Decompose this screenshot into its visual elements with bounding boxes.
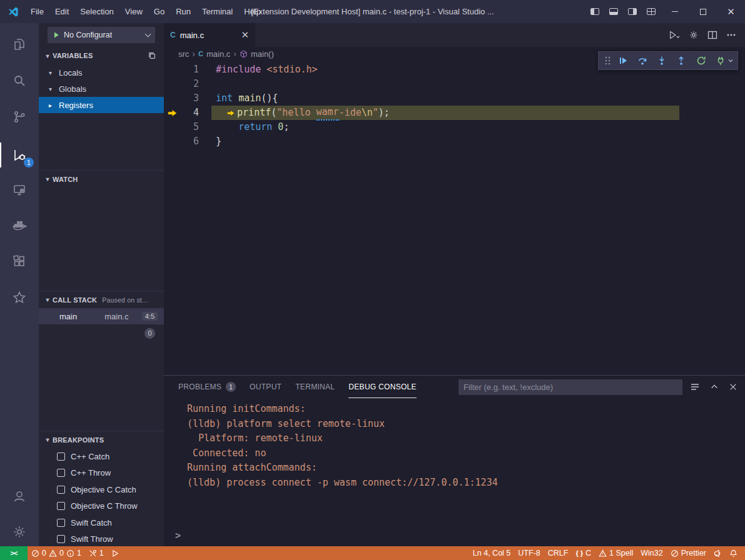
menu-go[interactable]: Go: [148, 0, 170, 23]
glyph-margin[interactable]: [164, 134, 180, 149]
stack-frame-row[interactable]: main main.c 4:5: [39, 308, 164, 324]
console-input-chevron[interactable]: >: [175, 530, 181, 541]
variables-section-header[interactable]: ▾ VARIABLES: [39, 47, 164, 64]
copy-icon[interactable]: [148, 51, 160, 60]
code-token: main: [238, 91, 261, 106]
menu-selection[interactable]: Selection: [74, 0, 119, 23]
glyph-margin[interactable]: [164, 120, 180, 134]
continue-icon[interactable]: [615, 52, 632, 69]
console-filter-input[interactable]: [459, 379, 682, 395]
start-debug-icon[interactable]: [53, 31, 60, 39]
run-and-debug-icon[interactable]: 1: [0, 141, 39, 169]
minimize-button[interactable]: [661, 0, 689, 23]
breadcrumb-file[interactable]: main.c: [206, 49, 230, 59]
encoding-status[interactable]: UTF-8: [514, 546, 544, 560]
disconnect-icon[interactable]: [712, 52, 729, 69]
maximize-panel-icon[interactable]: [710, 382, 719, 391]
tab-main-c[interactable]: C main.c ✕: [164, 23, 255, 47]
notifications-bell-icon[interactable]: [726, 546, 741, 560]
breadcrumb-src[interactable]: src: [178, 49, 189, 59]
breakpoint-row[interactable]: Objective C Throw: [39, 498, 164, 515]
tab-output[interactable]: OUTPUT: [250, 376, 281, 398]
tools-icon: [89, 549, 97, 558]
variables-item-locals[interactable]: ▾Locals: [39, 64, 164, 81]
chevron-down-icon[interactable]: [727, 52, 734, 69]
run-debug-status[interactable]: [108, 546, 123, 560]
maximize-button[interactable]: [689, 0, 717, 23]
breakpoint-checkbox[interactable]: [57, 452, 65, 461]
run-file-icon[interactable]: [669, 30, 680, 40]
settings-gear-icon[interactable]: [0, 518, 39, 546]
platform-status[interactable]: Win32: [637, 546, 666, 560]
toggle-panel-icon[interactable]: [604, 0, 623, 23]
menu-edit[interactable]: Edit: [49, 0, 74, 23]
tab-debug-console[interactable]: DEBUG CONSOLE: [348, 376, 417, 398]
toggle-sidebar-icon[interactable]: [585, 0, 604, 23]
breakpoints-section-header[interactable]: ▾ BREAKPOINTS: [39, 431, 164, 448]
menu-help[interactable]: Help: [238, 0, 266, 23]
breakpoint-checkbox[interactable]: [57, 502, 65, 510]
step-over-icon[interactable]: [634, 52, 651, 69]
step-out-icon[interactable]: [673, 52, 690, 69]
current-line-arrow-icon[interactable]: [164, 106, 180, 120]
feedback-icon[interactable]: [710, 546, 726, 560]
extensions-icon[interactable]: [0, 248, 39, 275]
breadcrumb-symbol[interactable]: main(): [251, 49, 274, 59]
toolbar-drag-grip[interactable]: [602, 52, 612, 69]
star-icon[interactable]: [0, 284, 39, 311]
breakpoint-checkbox[interactable]: [57, 519, 65, 527]
breakpoint-checkbox[interactable]: [57, 535, 65, 543]
watch-section-header[interactable]: ▾ WATCH: [39, 170, 164, 188]
breakpoint-checkbox[interactable]: [57, 469, 65, 477]
menu-view[interactable]: View: [119, 0, 148, 23]
search-icon[interactable]: [0, 67, 39, 94]
breakpoint-row[interactable]: Swift Throw: [39, 531, 164, 548]
tab-terminal[interactable]: TERMINAL: [295, 376, 335, 398]
breakpoint-row[interactable]: Swift Catch: [39, 514, 164, 531]
tab-problems[interactable]: PROBLEMS 1: [178, 376, 236, 398]
accounts-icon[interactable]: [0, 482, 39, 510]
close-tab-icon[interactable]: ✕: [241, 29, 249, 41]
remote-indicator[interactable]: ><: [0, 546, 28, 560]
close-panel-icon[interactable]: [729, 382, 737, 391]
launch-configuration-dropdown[interactable]: No Configurat: [48, 27, 155, 43]
breakpoint-row[interactable]: Objective C Catch: [39, 481, 164, 498]
debug-settings-gear-icon[interactable]: [689, 30, 699, 40]
debug-console-output[interactable]: Running initCommands:(lldb) platform sel…: [164, 398, 745, 490]
call-stack-section-header[interactable]: ▾ CALL STACK Paused on st...: [39, 291, 164, 308]
explorer-icon[interactable]: [0, 31, 39, 58]
source-control-icon[interactable]: [0, 103, 39, 131]
variables-item-registers[interactable]: ▸Registers: [39, 97, 164, 113]
close-button[interactable]: ✕: [717, 0, 745, 23]
breakpoint-row[interactable]: C++ Throw: [39, 465, 164, 482]
code-editor[interactable]: 1#include <stdio.h>23int main(){4 printf…: [164, 61, 745, 149]
console-lines-icon[interactable]: [690, 382, 700, 392]
language-mode[interactable]: { } C: [572, 546, 595, 560]
variables-item-globals[interactable]: ▾Globals: [39, 81, 164, 97]
more-actions-icon[interactable]: [726, 30, 736, 40]
glyph-margin[interactable]: [164, 91, 180, 106]
problems-status[interactable]: 0 0 1: [28, 546, 85, 560]
split-editor-icon[interactable]: [707, 30, 717, 40]
glyph-margin[interactable]: [164, 62, 180, 77]
glyph-margin[interactable]: [164, 77, 180, 91]
remote-explorer-icon[interactable]: [0, 176, 39, 204]
breakpoint-label: Swift Catch: [71, 518, 112, 528]
breakpoint-label: Objective C Throw: [71, 501, 138, 511]
eol-status[interactable]: CRLF: [544, 546, 572, 560]
docker-icon[interactable]: [0, 212, 39, 239]
customize-layout-icon[interactable]: [642, 0, 661, 23]
breakpoint-checkbox[interactable]: [57, 486, 65, 494]
spell-checker-status[interactable]: 1 Spell: [595, 546, 637, 560]
step-into-icon[interactable]: [654, 52, 671, 69]
cursor-position[interactable]: Ln 4, Col 5: [469, 546, 514, 560]
tasks-status[interactable]: 1: [85, 546, 108, 560]
menu-terminal[interactable]: Terminal: [196, 0, 238, 23]
breakpoint-row[interactable]: C++ Catch: [39, 448, 164, 465]
formatter-status[interactable]: Prettier: [667, 546, 710, 560]
menu-file[interactable]: File: [25, 0, 49, 23]
menu-run[interactable]: Run: [170, 0, 196, 23]
restart-icon[interactable]: [692, 52, 709, 69]
debug-sidebar: No Configurat ▾ VARIABLES ▾Locals▾Global…: [39, 23, 164, 546]
toggle-secondary-sidebar-icon[interactable]: [623, 0, 642, 23]
